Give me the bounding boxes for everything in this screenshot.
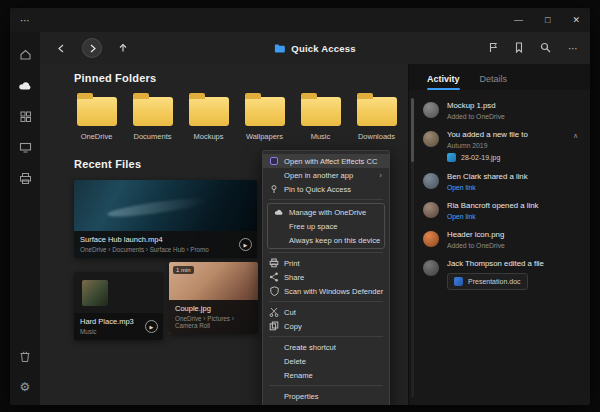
desktop-background: ⋯ — □ ✕ (0, 0, 600, 412)
open-link[interactable]: Open link (447, 213, 582, 220)
close-button[interactable]: ✕ (572, 8, 580, 32)
panel-scrollbar[interactable] (411, 98, 414, 397)
folder-icon (245, 97, 285, 126)
shield-icon (269, 286, 279, 296)
folder-music[interactable]: Music (298, 97, 343, 141)
file-breadcrumb: OneDrive › Pictures › Camera Roll (175, 315, 252, 329)
menu-open-in-another-app[interactable]: Open in another app › (263, 168, 389, 182)
folder-icon (189, 97, 229, 126)
file-name: Surface Hub launch.mp4 (80, 235, 251, 244)
open-link[interactable]: Open link (447, 184, 582, 191)
more-options-icon[interactable]: ⋯ (568, 43, 578, 54)
folder-wallpapers[interactable]: Wallpapers (242, 97, 287, 141)
scissors-icon (269, 307, 279, 317)
menu-print[interactable]: Print (263, 256, 389, 270)
activity-item[interactable]: Ben Clark shared a link Open link (423, 167, 582, 196)
activity-item[interactable]: Ria Bancroft opened a link Open link (423, 196, 582, 225)
play-icon[interactable]: ▶ (145, 320, 158, 333)
share-icon (269, 272, 279, 282)
menu-open-with[interactable]: Open with Affect Effects CC (263, 154, 389, 168)
flag-icon[interactable] (489, 39, 498, 57)
up-button[interactable] (114, 39, 132, 57)
location-title: Quick Access (274, 43, 355, 54)
search-icon[interactable] (540, 39, 551, 57)
recent-file-photo[interactable]: 1 min Couple.jpg OneDrive › Pictures › C… (169, 262, 258, 334)
folder-icon (301, 97, 341, 126)
file-explorer-window: ⋯ — □ ✕ (10, 8, 590, 405)
printer-icon (269, 258, 279, 268)
folder-icon (357, 97, 397, 126)
menu-free-up-space[interactable]: Free up space (268, 219, 384, 233)
avatar (423, 102, 439, 118)
location-title-label: Quick Access (291, 43, 355, 54)
avatar (423, 131, 439, 147)
folder-icon (133, 97, 173, 126)
activity-panel: Activity Details Mockup 1.psd Added to O… (408, 64, 590, 405)
cloud-icon (274, 208, 284, 216)
menu-separator (269, 199, 383, 200)
folder-onedrive[interactable]: OneDrive (74, 97, 119, 141)
file-name: Couple.jpg (175, 304, 252, 313)
menu-copy[interactable]: Copy (263, 319, 389, 333)
menu-cut[interactable]: Cut (263, 305, 389, 319)
back-button[interactable] (52, 39, 70, 57)
menu-share[interactable]: Share (263, 270, 389, 284)
settings-gear-icon[interactable]: ⚙ (17, 379, 33, 395)
context-menu: Open with Affect Effects CC Open in anot… (262, 150, 390, 405)
bookmark-icon[interactable] (515, 39, 523, 57)
activity-feed: Mockup 1.psd Added to OneDrive You added… (409, 90, 590, 299)
menu-delete[interactable]: Delete (263, 354, 389, 368)
titlebar: ⋯ — □ ✕ (10, 8, 590, 32)
pinned-folders-heading: Pinned Folders (74, 72, 408, 84)
window-menu-icon[interactable]: ⋯ (20, 15, 30, 26)
menu-manage-with-onedrive[interactable]: Manage with OneDrive (268, 205, 384, 219)
attached-file[interactable]: Presentation.doc (447, 273, 528, 290)
printer-icon[interactable] (17, 170, 33, 186)
forward-button[interactable] (83, 39, 101, 57)
menu-pin-to-quick-access[interactable]: Pin to Quick Access (263, 182, 389, 196)
submenu-arrow-icon: › (379, 171, 382, 180)
recent-file-video[interactable]: Surface Hub launch.mp4 OneDrive › Docume… (74, 180, 257, 258)
left-rail: ⚙ (10, 32, 40, 405)
play-icon[interactable]: ▶ (239, 238, 252, 251)
navigation-toolbar: Quick Access ⋯ (40, 32, 590, 64)
image-file-icon (447, 153, 456, 162)
activity-item[interactable]: You added a new file to Autumn 2019 28-0… (423, 125, 582, 167)
menu-create-shortcut[interactable]: Create shortcut (263, 340, 389, 354)
activity-item[interactable]: Mockup 1.psd Added to OneDrive (423, 96, 582, 125)
recycle-bin-icon[interactable] (17, 348, 33, 364)
recent-file-audio[interactable]: Hard Place.mp3 Music ▶ (74, 272, 163, 340)
menu-separator (269, 252, 383, 253)
this-pc-icon[interactable] (17, 139, 33, 155)
activity-item[interactable]: Jack Thompson edited a file Presentation… (423, 254, 582, 295)
maximize-button[interactable]: □ (545, 8, 550, 32)
menu-rename[interactable]: Rename (263, 368, 389, 382)
folder-icon (77, 97, 117, 126)
minimize-button[interactable]: — (514, 8, 523, 32)
menu-properties[interactable]: Properties (263, 389, 389, 403)
folder-documents[interactable]: Documents (130, 97, 175, 141)
avatar (423, 260, 439, 276)
file-breadcrumb: OneDrive › Documents › Surface Hub › Pro… (80, 246, 251, 253)
pin-icon (269, 184, 279, 194)
tab-activity[interactable]: Activity (427, 74, 460, 90)
pinned-folders-row: OneDrive Documents Mockups (74, 97, 408, 141)
attached-file[interactable]: 28-02-19.jpg (447, 153, 565, 162)
library-icon[interactable] (17, 108, 33, 124)
onedrive-menu-group: Manage with OneDrive Free up space Alway… (267, 203, 385, 249)
menu-scan-with-defender[interactable]: Scan with Windows Defender (263, 284, 389, 298)
menu-separator (269, 336, 383, 337)
tab-details[interactable]: Details (480, 74, 508, 90)
onedrive-cloud-icon[interactable] (17, 77, 33, 93)
menu-always-keep-on-device[interactable]: Always keep on this device (268, 233, 384, 247)
home-icon[interactable] (17, 46, 33, 62)
activity-item[interactable]: Header icon.png Added to OneDrive (423, 225, 582, 254)
collapse-chevron-icon[interactable]: ∧ (573, 130, 582, 140)
quick-access-icon (274, 44, 285, 53)
after-effects-app-icon (269, 157, 279, 165)
album-art (82, 280, 108, 306)
copy-icon (269, 321, 279, 331)
folder-downloads[interactable]: Downloads (354, 97, 399, 141)
menu-separator (269, 301, 383, 302)
folder-mockups[interactable]: Mockups (186, 97, 231, 141)
